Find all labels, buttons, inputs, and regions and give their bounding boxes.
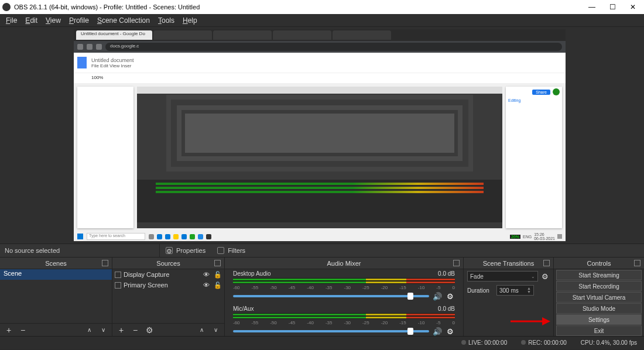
popout-icon[interactable] [102,260,108,266]
edge-icon [181,234,187,239]
menu-edit[interactable]: Edit [25,16,37,25]
scene-transitions-panel: Scene Transitions Fade ⌄ ⚙ Duration 300 … [464,258,554,336]
maximize-button[interactable]: ☐ [609,3,616,11]
source-settings-button[interactable]: ⚙ [143,325,156,335]
settings-button[interactable]: Settings [556,314,642,325]
lock-icon[interactable]: 🔓 [214,282,222,289]
chrome-tab-strip: Untitled document - Google Do [74,29,566,41]
task-view-icon [149,234,154,239]
main-menu: File Edit View Profile Scene Collection … [0,14,644,27]
source-item[interactable]: Primary Screen 👁 🔓 [112,280,224,290]
menu-help[interactable]: Help [183,16,197,25]
program-preview[interactable]: Untitled document - Google Do docs.googl… [0,27,644,243]
record-status-icon [521,340,526,345]
start-virtual-camera-button[interactable]: Start Virtual Camera [556,292,642,303]
chrome-toolbar: docs.google.c [74,41,566,53]
forward-icon [87,44,93,50]
source-item-label: Primary Screen [124,282,168,289]
tray-date: 06-03-2021 [534,236,555,241]
popout-icon[interactable] [214,260,221,266]
docs-toolbar: 100% [74,73,566,83]
speaker-icon[interactable]: 🔊 [433,327,442,336]
transitions-title: Scene Transitions [483,260,534,267]
transition-select[interactable]: Fade ⌄ [467,271,538,282]
audio-mixer-title: Audio Mixer [327,260,361,267]
scenes-title: Scenes [45,260,67,267]
menu-view[interactable]: View [46,16,61,25]
menu-profile[interactable]: Profile [69,16,89,25]
chrome-tab [213,30,272,40]
docs-page-right: Share Editing [506,87,562,228]
track-name: Mic/Aux [233,306,254,312]
lock-icon[interactable]: 🔓 [214,271,222,279]
scenes-panel: Scenes Scene + − ∧ ∨ [0,258,112,336]
taskbar-app-icon [165,234,170,239]
track-settings-icon[interactable]: ⚙ [446,327,455,336]
start-icon [77,234,83,239]
visibility-icon[interactable]: 👁 [203,282,211,289]
popout-icon[interactable] [453,260,460,266]
popout-icon[interactable] [543,260,550,266]
chrome-tab [153,30,212,40]
speaker-icon[interactable]: 🔊 [433,291,442,301]
track-db: 0.0 dB [438,306,455,312]
visibility-icon[interactable]: 👁 [203,271,211,278]
studio-mode-button[interactable]: Studio Mode [556,303,642,314]
start-recording-button[interactable]: Start Recording [556,281,642,291]
remove-scene-button[interactable]: − [16,325,29,335]
close-button[interactable]: ✕ [630,3,636,11]
tray-time: 15:26 [534,232,555,236]
volume-meter [233,278,455,284]
screen-icon [115,282,121,289]
remove-source-button[interactable]: − [129,325,142,335]
filters-button[interactable]: Filters [211,247,251,254]
reload-icon [96,44,102,50]
taskbar-app-icon [157,234,162,239]
exit-button[interactable]: Exit [556,325,642,336]
duration-input[interactable]: 300 ms ▲▼ [496,285,534,296]
explorer-icon [173,234,179,239]
add-scene-button[interactable]: + [2,325,15,335]
live-status-icon [461,340,466,345]
window-titlebar: OBS 26.1.1 (64-bit, windows) - Profile: … [0,0,644,14]
volume-slider[interactable] [233,295,429,297]
volume-slider[interactable] [233,330,429,332]
filter-icon [217,247,224,254]
live-timer: LIVE: 00:00:00 [468,339,507,346]
move-scene-down-button[interactable]: ∨ [97,325,109,335]
start-streaming-button[interactable]: Start Streaming [556,270,642,280]
chevron-down-icon[interactable]: ▼ [527,290,531,294]
menu-scene-collection[interactable]: Scene Collection [97,16,150,25]
battery-indicator: 26% [510,235,520,239]
controls-panel: Controls Start Streaming Start Recording… [554,258,644,336]
add-source-button[interactable]: + [115,325,128,335]
docs-header-left: Untitled document File Edit View Inser [74,53,566,73]
minimize-button[interactable]: — [588,3,595,11]
back-icon [77,44,83,50]
no-source-selected-label: No source selected [0,247,159,254]
popout-icon[interactable] [634,260,640,266]
move-source-up-button[interactable]: ∧ [195,325,208,335]
sources-panel: Sources Display Capture 👁 🔓 Primary Scre… [112,258,225,336]
docs-menu: File Edit View Inser [91,63,134,68]
track-settings-icon[interactable]: ⚙ [446,291,455,301]
track-name: Desktop Audio [233,270,271,277]
volume-meter [233,313,455,319]
docs-title: Untitled document [91,57,134,63]
filters-label: Filters [228,247,245,254]
address-bar: docs.google.c [105,43,562,51]
screen-icon [115,272,121,278]
move-scene-up-button[interactable]: ∧ [83,325,95,335]
scene-item[interactable]: Scene [0,269,112,280]
preview-output: Untitled document - Google Do docs.googl… [74,29,566,241]
transition-settings-button[interactable]: ⚙ [540,272,550,281]
properties-button[interactable]: ⚙ Properties [160,247,211,254]
menu-file[interactable]: File [6,16,17,25]
move-source-down-button[interactable]: ∨ [209,325,222,335]
taskbar-app-icon [198,234,203,239]
notification-icon [557,234,562,239]
source-item[interactable]: Display Capture 👁 🔓 [112,269,224,280]
menu-tools[interactable]: Tools [158,16,174,25]
properties-label: Properties [176,247,205,254]
record-timer: REC: 00:00:00 [528,339,567,346]
